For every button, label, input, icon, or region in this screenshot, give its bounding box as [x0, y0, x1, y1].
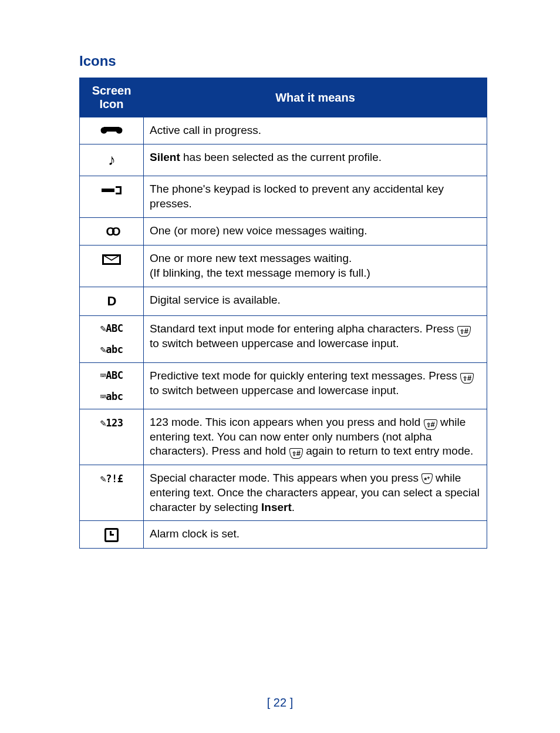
text-message-icon: [80, 246, 144, 287]
header-icon: Screen Icon: [80, 78, 144, 117]
alarm-set-icon: [80, 521, 144, 549]
silent-profile-icon: ♪: [80, 144, 144, 176]
meaning-cell: Predictive text mode for quickly enterin…: [144, 362, 487, 409]
table-row: One or more new text messages waiting.(I…: [80, 246, 487, 287]
meaning-cell: One or more new text messages waiting.(I…: [144, 246, 487, 287]
voicemail-icon: OO: [80, 217, 144, 246]
header-meaning: What it means: [144, 78, 487, 117]
meaning-cell: The phone's keypad is locked to prevent …: [144, 176, 487, 217]
number-mode-icon: ✎123: [80, 409, 144, 465]
table-row: ✎?!£Special character mode. This appears…: [80, 465, 487, 521]
meaning-cell: Special character mode. This appears whe…: [144, 465, 487, 521]
special-char-mode-icon: ✎?!£: [80, 465, 144, 521]
icons-table: Screen Icon What it means Active call in…: [79, 78, 487, 549]
page-number: [ 22 ]: [0, 696, 560, 710]
table-row: ✎123123 mode. This icon appears when you…: [80, 409, 487, 465]
digital-service-icon: D: [80, 287, 144, 316]
keypad-locked-icon: [80, 176, 144, 217]
table-row: ⌨ABC⌨abcPredictive text mode for quickly…: [80, 362, 487, 409]
meaning-cell: One (or more) new voice messages waiting…: [144, 217, 487, 246]
table-row: OOOne (or more) new voice messages waiti…: [80, 217, 487, 246]
table-row: Alarm clock is set.: [80, 521, 487, 549]
meaning-cell: Digital service is available.: [144, 287, 487, 316]
meaning-cell: Active call in progress.: [144, 117, 487, 144]
table-row: The phone's keypad is locked to prevent …: [80, 176, 487, 217]
section-title: Icons: [79, 53, 525, 69]
standard-text-mode-icon: ✎ABC✎abc: [80, 316, 144, 362]
table-row: DDigital service is available.: [80, 287, 487, 316]
meaning-cell: Standard text input mode for entering al…: [144, 316, 487, 362]
meaning-cell: Alarm clock is set.: [144, 521, 487, 549]
table-row: ✎ABC✎abcStandard text input mode for ent…: [80, 316, 487, 362]
meaning-cell: Silent has been selected as the current …: [144, 144, 487, 176]
meaning-cell: 123 mode. This icon appears when you pre…: [144, 409, 487, 465]
predictive-text-mode-icon: ⌨ABC⌨abc: [80, 362, 144, 409]
table-row: Active call in progress.: [80, 117, 487, 144]
table-row: ♪Silent has been selected as the current…: [80, 144, 487, 176]
active-call-icon: [80, 117, 144, 144]
